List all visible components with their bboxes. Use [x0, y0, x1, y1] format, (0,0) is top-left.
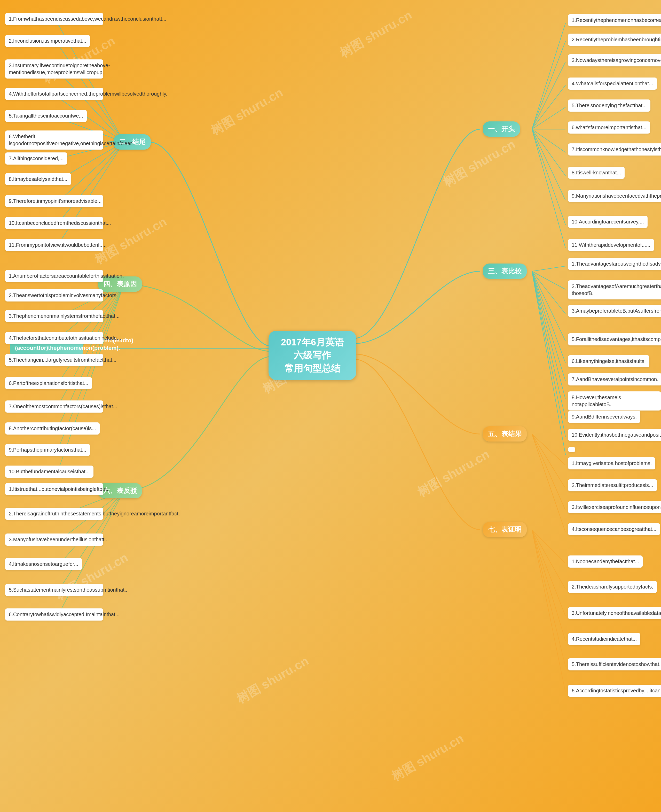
leaf-b3-2: 2.TheadvantagesofAaremuchgreaterthan tho… [568, 280, 661, 299]
watermark-9: 树图 shuru.cn [234, 653, 311, 707]
svg-line-10 [532, 129, 565, 248]
svg-line-7 [532, 129, 565, 176]
leaf-b4-7: 7.Oneofthemostcommonfactors(causes)istha… [5, 400, 103, 413]
leaf-b4-2: 2.Theanswertothisprobleminvolvesmanyfact… [5, 289, 103, 301]
leaf-b4-10: 10.Butthefundamentalcauseisthat... [5, 466, 93, 478]
leaf-b1-5: 5.There'snodenying thefactthat... [568, 99, 650, 112]
svg-line-2 [532, 62, 565, 129]
svg-line-24 [532, 271, 565, 314]
leaf-b1-9: 9.Manynationshavebeenfacedwiththeproblem… [568, 190, 661, 202]
leaf-b1-2: 2.Recentlytheproblemhasbeenbroughtintofo… [568, 34, 661, 46]
branch-node-jieguo: 五、表结果 [483, 426, 527, 442]
svg-line-55 [532, 530, 565, 641]
leaf-b5-2: 2.Theimmediateresultitproducesis... [568, 479, 657, 492]
leaf-b4-9: 9.Perhapstheprimaryfactoristhat... [5, 444, 90, 456]
watermark-2: 树图 shuru.cn [208, 84, 286, 139]
svg-line-52 [532, 530, 565, 563]
svg-line-53 [532, 530, 565, 589]
leaf-b5-4: 4.Itsconsequencecanbesogreatthat... [568, 523, 660, 535]
watermark-4: 树图 shuru.cn [440, 136, 518, 191]
svg-line-30 [532, 271, 565, 437]
branch-node-bijiao: 三、表比较 [483, 264, 527, 279]
leaf-b3-10 [568, 447, 575, 452]
leaf-b3-4: 5.Forallithedisadvantages,ithasitscompen… [568, 333, 661, 346]
svg-line-0 [532, 23, 565, 129]
leaf-b6-5: 5.Suchastatementmainlyrestsontheassupmti… [5, 584, 103, 596]
leaf-b4-5: 5.Thechangein...largelyresultsfromthefac… [5, 354, 103, 366]
svg-line-6 [532, 129, 565, 152]
leaf-b7-6: 6.Accordingtostatisticsprovedby...,itcan… [568, 685, 661, 697]
leaf-b2-11: 11.Frommypointofview,itwouldbebetterif..… [5, 239, 103, 251]
svg-line-26 [532, 271, 565, 363]
leaf-b1-4: 4.Whatcallsforspecialattentionthat... [568, 77, 657, 90]
leaf-b2-2: 2.Inconclusion,itisimperativethat... [5, 35, 90, 47]
svg-line-29 [532, 271, 565, 418]
svg-line-54 [532, 530, 565, 616]
svg-line-28 [532, 271, 565, 399]
leaf-b2-8: 8.Itmaybesafelysaidthat... [5, 173, 71, 185]
leaf-b7-3: 3.Unfortunately,noneoftheavailabledatash… [568, 607, 661, 619]
svg-line-44 [532, 434, 565, 510]
leaf-b1-1: 1.Recentlythephenomenonhasbecomeaheatedt… [568, 14, 661, 26]
svg-line-31 [532, 271, 565, 455]
svg-line-4 [532, 107, 565, 129]
leaf-b3-7: 8.However,thesameis notapplicabletoB. [568, 391, 661, 410]
central-node: 2017年6月英语六级写作 常用句型总结 [268, 331, 356, 380]
leaf-b7-4: 4.Recentstudieindicatethat... [568, 633, 640, 645]
svg-line-8 [532, 129, 565, 200]
watermark-7: 树图 shuru.cn [414, 446, 492, 500]
svg-line-42 [532, 434, 565, 465]
leaf-b1-10: 10.Accordingtoarecentsurvey,... [568, 216, 648, 228]
leaf-b2-3: 3.Insummary,ifwecontinuetoignoretheabove… [5, 59, 103, 78]
leaf-b7-5: 5.Thereissufficientevidencetoshowthat... [568, 658, 661, 670]
leaf-b1-8: 8.Itiswell-knownthat... [568, 167, 624, 179]
leaf-b3-6: 7.AandBhaveseveralpointsincommon. [568, 373, 661, 386]
leaf-b4-1: 1.Anumberoffactorsareaccountableforthiss… [5, 270, 103, 282]
leaf-b3-1: 1.TheadvantagesfaroutweighthedIsadvantag… [568, 258, 661, 270]
leaf-b3-3: 3.AmaybepreferabletoB,butAsuffersfromthe… [568, 305, 661, 317]
svg-line-43 [532, 434, 565, 488]
leaf-b2-1: 1.Fromwhathasbeendiscussedabove,wecandra… [5, 13, 103, 25]
svg-line-45 [532, 434, 565, 532]
leaf-b5-3: 3.Itwillexerciseaprofoundinfluenceupon..… [568, 501, 661, 513]
leaf-b6-1: 1.Itistruethat...butonevialpointisbeingl… [5, 483, 103, 495]
svg-line-3 [532, 85, 565, 129]
leaf-b2-5: 5.Takingalltheseintoaccountwe... [5, 110, 87, 122]
leaf-b3-8: 9.AandBdifferinseveralways. [568, 411, 640, 423]
leaf-b1-6: 6.what'sfarmoreimportantisthat... [568, 122, 650, 134]
leaf-b4-3: 3.Thephenomenonmainlystemsfromthefacttha… [5, 310, 103, 322]
leaf-b2-10: 10.Itcanbeconcludedfromthediscussionthat… [5, 217, 103, 229]
leaf-b6-6: 6.Contrarytowhatiswidlyaccepted,Imaintai… [5, 609, 103, 621]
leaf-b1-7: 7.Itiscommonknowledgethathonestyisthebes… [568, 143, 661, 155]
leaf-b7-2: 2.Theideaishardlysupportedbyfacts. [568, 581, 657, 593]
leaf-b2-9: 9.Therefore,inmyopinit'smoreadvisable... [5, 195, 103, 207]
svg-line-57 [532, 530, 565, 692]
leaf-b3-5: 6.Likeanythingelse,ithasitsfaults. [568, 355, 649, 367]
watermark-10: 树图 shuru.cn [389, 730, 466, 785]
svg-line-49 [57, 491, 124, 567]
leaf-b2-4: 4.Withtheffortsofallpartsconcerned,thepr… [5, 88, 103, 100]
leaf-b1-11: 11.Withtherapiddevelopmentof...... [568, 239, 654, 251]
svg-line-9 [532, 129, 565, 225]
leaf-b4-8: 8.Anothercontributingfactor(cause)is... [5, 423, 100, 434]
svg-line-22 [532, 266, 565, 271]
leaf-b3-9: 10.Evidently,ithasbothnegativeandpositiv… [568, 429, 661, 441]
svg-line-23 [532, 271, 565, 289]
leaf-b6-3: 3.Manyofushavebeenundertheillusionthatt.… [5, 533, 103, 546]
leaf-b4-4: 4.Thefactorsthatcontributetothissituatio… [5, 332, 103, 344]
watermark-3: 树图 shuru.cn [337, 7, 415, 61]
svg-line-56 [532, 530, 565, 666]
svg-line-19 [57, 142, 124, 203]
svg-line-1 [532, 41, 565, 129]
leaf-b7-1: 1.Noonecandenythefactthat... [568, 556, 643, 568]
leaf-b2-6: 6.Whetherit isgoodornot/positiveornegati… [5, 130, 103, 150]
leaf-b2-7: 7.Allthingsconsidered,... [5, 152, 67, 165]
branch-node-zhengming: 七、表证明 [483, 522, 527, 537]
svg-line-25 [532, 271, 565, 341]
leaf-b6-4: 4.Itmakesnosensetoarguefor... [5, 558, 82, 570]
svg-line-27 [532, 271, 565, 381]
leaf-b1-3: 3.Nowadaysthereisagrowingconcernover... [568, 54, 661, 66]
leaf-b4-6: 6.Partoftheexplanationsforitisthat... [5, 377, 92, 389]
leaf-b5-1: 1.Itmaygiverisetoa hostofproblems. [568, 457, 655, 469]
leaf-b6-2: 2.Thereisagrainoftruthinthesestatements,… [5, 508, 103, 520]
